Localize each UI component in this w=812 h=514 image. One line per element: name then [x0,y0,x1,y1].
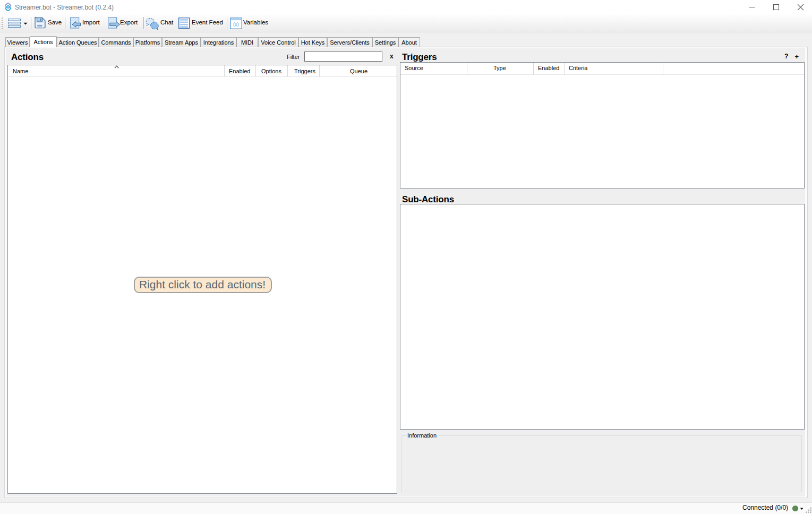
svg-text:(x): (x) [233,21,239,27]
